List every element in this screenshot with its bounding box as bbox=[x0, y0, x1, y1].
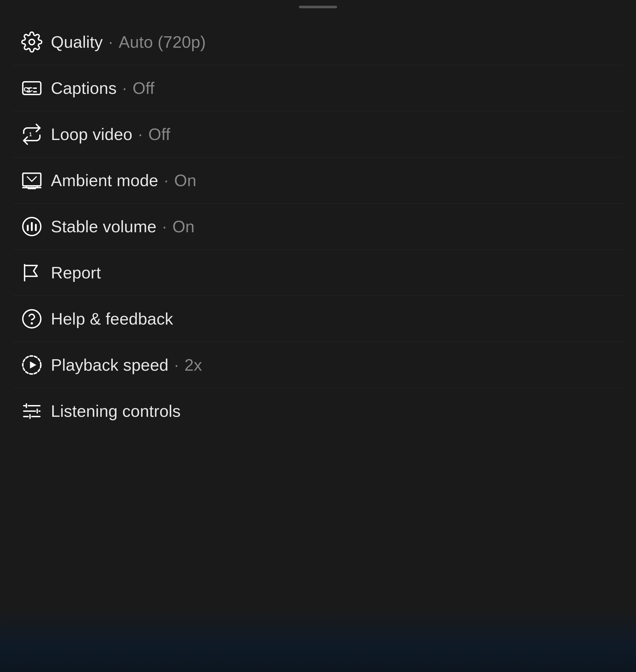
listening-controls-label: Listening controls bbox=[51, 402, 181, 421]
loop-video-separator: · bbox=[138, 125, 142, 143]
svg-rect-12 bbox=[35, 224, 37, 231]
quality-value: Auto (720p) bbox=[119, 33, 206, 52]
svg-point-14 bbox=[23, 310, 41, 328]
listening-controls-menu-item[interactable]: Listening controls bbox=[13, 388, 623, 434]
loop-video-value: Off bbox=[148, 125, 171, 144]
ambient-icon bbox=[13, 170, 51, 191]
quality-label: Quality bbox=[51, 33, 103, 52]
help-feedback-label: Help & feedback bbox=[51, 309, 173, 328]
ambient-mode-separator: · bbox=[164, 171, 168, 190]
svg-text:CC: CC bbox=[24, 86, 33, 93]
gear-icon bbox=[13, 31, 51, 53]
playback-speed-separator: · bbox=[174, 356, 179, 374]
captions-menu-item[interactable]: CC Captions · Off bbox=[13, 65, 623, 111]
flag-icon bbox=[13, 262, 51, 284]
loop-icon: 1 bbox=[13, 123, 51, 145]
playback-speed-icon bbox=[13, 354, 51, 376]
menu-container: Quality · Auto (720p) CC Captions · Off bbox=[0, 19, 636, 434]
ambient-mode-label: Ambient mode bbox=[51, 171, 158, 190]
listening-controls-icon bbox=[13, 400, 51, 422]
svg-marker-18 bbox=[30, 362, 36, 369]
svg-rect-11 bbox=[31, 222, 33, 231]
captions-separator: · bbox=[122, 79, 127, 97]
svg-point-0 bbox=[29, 39, 35, 45]
stable-volume-label: Stable volume bbox=[51, 217, 156, 236]
loop-video-label: Loop video bbox=[51, 125, 132, 144]
quality-separator: · bbox=[108, 33, 113, 51]
captions-label: Captions bbox=[51, 79, 117, 98]
report-menu-item[interactable]: Report bbox=[13, 250, 623, 296]
stable-volume-separator: · bbox=[162, 217, 167, 236]
svg-rect-4 bbox=[23, 173, 41, 186]
playback-speed-value: 2x bbox=[184, 356, 202, 375]
bottom-background bbox=[0, 608, 636, 672]
captions-icon: CC bbox=[13, 77, 51, 99]
playback-speed-label: Playback speed bbox=[51, 356, 168, 375]
help-feedback-menu-item[interactable]: Help & feedback bbox=[13, 296, 623, 342]
report-label: Report bbox=[51, 263, 101, 282]
svg-text:1: 1 bbox=[29, 132, 32, 137]
ambient-mode-value: On bbox=[174, 171, 197, 190]
ambient-mode-menu-item[interactable]: Ambient mode · On bbox=[13, 157, 623, 204]
playback-speed-menu-item[interactable]: Playback speed · 2x bbox=[13, 342, 623, 388]
help-icon bbox=[13, 308, 51, 330]
drag-handle bbox=[299, 6, 337, 8]
loop-video-menu-item[interactable]: 1 Loop video · Off bbox=[13, 111, 623, 157]
stable-volume-icon bbox=[13, 216, 51, 237]
stable-volume-value: On bbox=[172, 217, 195, 236]
stable-volume-menu-item[interactable]: Stable volume · On bbox=[13, 204, 623, 250]
captions-value: Off bbox=[133, 79, 155, 98]
quality-menu-item[interactable]: Quality · Auto (720p) bbox=[13, 19, 623, 65]
svg-rect-10 bbox=[27, 225, 28, 231]
